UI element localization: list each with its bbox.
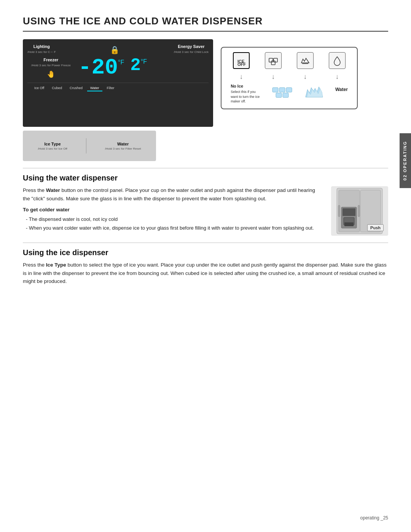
water-button[interactable]: Water — [87, 85, 102, 91]
cubed-icon-box — [265, 52, 282, 69]
ice-off-button[interactable]: Ice Off — [31, 85, 47, 91]
filter-button[interactable]: Filter — [104, 85, 118, 91]
colder-water-subheading: To get colder water — [23, 206, 323, 214]
svg-text:OFF: OFF — [237, 62, 246, 66]
ice-off-icon-box: ICE OFF — [233, 52, 250, 69]
svg-rect-11 — [283, 93, 288, 97]
svg-rect-18 — [342, 208, 355, 216]
arrow-1: ↓ — [240, 73, 243, 81]
callout-cubed — [265, 52, 282, 69]
svg-rect-8 — [279, 88, 285, 92]
water-dispenser-heading: Using the water dispenser — [23, 174, 388, 182]
svg-marker-5 — [301, 58, 309, 63]
crushed-icon-box — [297, 52, 314, 69]
water-body-text: Press the Water button on the control pa… — [23, 186, 323, 203]
svg-rect-20 — [344, 222, 354, 226]
water-dispenser-text: Press the Water button on the control pa… — [23, 186, 323, 233]
bullet-1: The dispensed water is cool, not icy col… — [26, 216, 323, 223]
svg-rect-22 — [338, 205, 340, 217]
svg-rect-9 — [286, 88, 292, 92]
freezer-label: Freezer /Hold 3 sec for Power Freeze — [31, 57, 71, 68]
freeze-temp-display: -20 °F — [78, 57, 124, 79]
lock-icon: 🔒 — [110, 45, 119, 54]
no-ice-description: No Ice Select this if you want to turn t… — [231, 84, 261, 104]
ice-dispenser-text: Press the Ice Type button to select the … — [23, 261, 388, 286]
energy-saver-label: Energy Saver /Hold 3 sec for Child Lock — [174, 44, 209, 54]
diagram-area: Lighting /Hold 3 sec for C↔ F 🔒 Energy S… — [23, 39, 388, 161]
page-title: USING THE ICE AND COLD WATER DISPENSER — [23, 15, 388, 32]
cubed-ice-visual — [272, 84, 293, 99]
cubed-button[interactable]: Cubed — [49, 85, 65, 91]
no-ice-label: No Ice — [231, 84, 261, 88]
push-label: Push — [367, 224, 384, 231]
arrow-4: ↓ — [336, 73, 339, 81]
arrow-3: ↓ — [304, 73, 307, 81]
ice-body-text: Press the Ice Type button to select the … — [23, 261, 388, 286]
control-panel-illustration: Lighting /Hold 3 sec for C↔ F 🔒 Energy S… — [23, 39, 213, 127]
crushed-button[interactable]: Crushed — [67, 85, 86, 91]
callout-ice-off: ICE OFF — [233, 52, 250, 69]
water-dispenser-content: Press the Water button on the control pa… — [23, 186, 388, 236]
divider-1 — [23, 168, 388, 168]
ice-water-subpanel: Ice Type /Hold 3 sec for Ice Off Water /… — [23, 131, 156, 161]
water-label: Water — [335, 87, 348, 92]
callout-crushed — [297, 52, 314, 69]
svg-rect-2 — [269, 58, 273, 62]
svg-rect-10 — [276, 93, 282, 97]
svg-rect-3 — [274, 58, 277, 62]
callout-box: ICE OFF — [221, 47, 358, 109]
ice-dispenser-heading: Using the ice dispenser — [23, 248, 388, 257]
ice-type-label: Ice Type /Hold 3 sec for Ice Off — [38, 142, 67, 150]
fridge-side-image: Push — [331, 186, 388, 236]
arrow-2: ↓ — [272, 73, 275, 81]
bullet-2: When you want colder water with ice, dis… — [26, 224, 323, 232]
colder-water-bullets: The dispensed water is cool, not icy col… — [23, 216, 323, 232]
svg-rect-21 — [358, 205, 360, 217]
side-tab: 02 OPERATING — [400, 133, 411, 188]
water-label-col: Water — [335, 84, 348, 92]
divider-2 — [23, 243, 388, 243]
water-icon-box — [329, 52, 346, 69]
callout-water-icon — [329, 52, 346, 69]
svg-rect-7 — [272, 88, 278, 92]
no-ice-text: Select this if you want to turn the ice … — [231, 89, 261, 104]
water-filter-label: Water /Hold 3 sec for Filter Reset — [105, 142, 141, 150]
lighting-label: Lighting /Hold 3 sec for C↔ F — [27, 44, 56, 54]
page-number: operating _25 — [360, 515, 388, 521]
svg-rect-4 — [271, 61, 275, 65]
fridge-temp-display: 2 °F — [130, 57, 147, 74]
hand-wave-icon: 🤚 — [47, 70, 55, 78]
crushed-ice-visual — [304, 84, 325, 99]
